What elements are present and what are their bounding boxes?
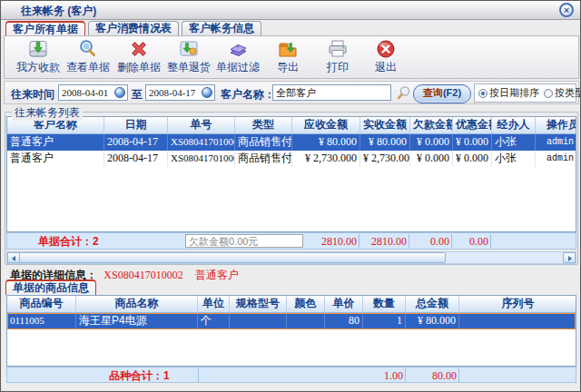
document-count-total: 单据合计：2 xyxy=(38,234,99,250)
date-to-spinner-icon[interactable] xyxy=(202,87,212,98)
scroll-left-icon[interactable] xyxy=(7,252,20,263)
items-table: 商品编号 商品名称 单位 规格型号 颜色 单价 数量 总金额 序列号 01110… xyxy=(6,295,576,367)
col-price: 单价 xyxy=(325,296,363,312)
col-received: 实收金额 xyxy=(360,117,410,133)
date-from-input[interactable]: 2008-04-01 xyxy=(58,84,128,101)
print-button[interactable]: 打印 xyxy=(313,38,362,77)
table-row[interactable]: 普通客户 2008-04-17 XS080417010001 商品销售付款 ¥ … xyxy=(7,151,576,167)
cell-received: ¥ 80.000 xyxy=(360,134,410,151)
detail-tab-strip: 单据的商品信息 xyxy=(5,279,99,295)
amount-total: 80.00 xyxy=(408,368,459,382)
cell-receivable: ¥ 2,730.000 xyxy=(292,151,360,167)
cell-received: ¥ 2,730.000 xyxy=(360,151,410,167)
date-to-input[interactable]: 2008-04-17 xyxy=(145,84,215,101)
cell-arrears: ¥ 0.000 xyxy=(410,151,453,167)
toolbar-button-label: 删除单据 xyxy=(114,60,163,75)
delete-doc-icon xyxy=(128,38,150,60)
col-doc-no: 单号 xyxy=(168,117,235,133)
tab-account-info[interactable]: 客户帐务信息 xyxy=(182,21,261,35)
list-section-title: 往来帐务列表 xyxy=(12,105,83,121)
table-row[interactable]: 0111005 海王星P4电源 个 80 1 ¥ 80.000 xyxy=(7,313,576,329)
export-button[interactable]: 导出 xyxy=(263,38,312,77)
title-bar: 往来帐务 (客户) × xyxy=(1,1,580,20)
cell-date: 2008-04-17 xyxy=(104,151,168,167)
time-range-label: 往来时间： xyxy=(11,87,65,103)
qty-total: 1.00 xyxy=(365,368,406,382)
col-amount: 总金额 xyxy=(406,296,459,312)
toolbar-button-label: 打印 xyxy=(313,60,362,75)
tab-document-items[interactable]: 单据的商品信息 xyxy=(5,279,96,295)
col-serial: 序列号 xyxy=(459,296,576,312)
arrears-note-box[interactable]: 欠款金额0.00元 xyxy=(185,234,303,248)
horizontal-scrollbar[interactable] xyxy=(6,251,576,264)
tab-consumption-report[interactable]: 客户消费情况表 xyxy=(88,21,179,35)
col-item-code: 商品编号 xyxy=(7,296,76,312)
col-discount: 优惠金额 xyxy=(453,117,492,133)
items-table-header: 商品编号 商品名称 单位 规格型号 颜色 单价 数量 总金额 序列号 xyxy=(7,296,576,313)
discount-total: 0.00 xyxy=(454,234,491,248)
accounts-table: 客户名称 日期 单号 类型 应收金额 实收金额 欠款金额 优惠金额 经办人 操作… xyxy=(6,116,576,232)
toolbar-button-label: 导出 xyxy=(263,60,312,75)
cell-item-name: 海王星P4电源 xyxy=(76,313,198,329)
arrears-total: 0.00 xyxy=(411,234,452,248)
export-icon xyxy=(277,38,299,60)
scrollbar-thumb[interactable] xyxy=(19,252,446,263)
receive-payment-button[interactable]: 我方收款 xyxy=(14,38,63,77)
cell-serial xyxy=(459,313,576,329)
cell-operator: admin xyxy=(536,134,576,151)
view-doc-icon xyxy=(77,38,99,60)
toolbar-button-label: 单据过滤 xyxy=(213,60,262,75)
query-button[interactable]: 查询(F2) xyxy=(413,84,471,103)
return-order-icon xyxy=(178,38,200,60)
cell-unit: 个 xyxy=(198,313,230,329)
return-order-button[interactable]: 整单退货 xyxy=(164,38,213,77)
cell-amount: ¥ 80.000 xyxy=(406,313,459,329)
cell-discount: ¥ 0.000 xyxy=(453,134,492,151)
col-operator: 操作员 xyxy=(536,117,576,133)
tab-all-documents[interactable]: 客户所有单据 xyxy=(5,21,85,36)
cell-type: 商品销售付款 xyxy=(235,134,292,151)
customer-name-input[interactable]: 全部客户 xyxy=(272,84,391,101)
view-document-button[interactable]: 查看单据 xyxy=(64,38,113,77)
scroll-right-icon[interactable] xyxy=(563,252,576,263)
toolbar: 我方收款 查看单据 删除单据 xyxy=(4,35,579,79)
cell-spec xyxy=(230,313,287,329)
toolbar-button-label: 整单退货 xyxy=(164,60,213,75)
cell-qty: 1 xyxy=(363,313,406,329)
cell-type: 商品销售付款 xyxy=(235,151,292,167)
customer-name-label: 客户名称： xyxy=(221,87,275,103)
cell-customer: 普通客户 xyxy=(7,134,104,151)
cell-item-code: 0111005 xyxy=(7,313,76,329)
col-unit: 单位 xyxy=(198,296,230,312)
accounts-table-header: 客户名称 日期 单号 类型 应收金额 实收金额 欠款金额 优惠金额 经办人 操作… xyxy=(7,117,576,134)
sort-options-group: 按日期排序 按类型排序 xyxy=(474,83,576,103)
col-type: 类型 xyxy=(235,117,292,133)
exit-button[interactable]: 退出 xyxy=(361,38,410,77)
table-row[interactable]: 普通客户 2008-04-17 XS080417010002 商品销售付款 ¥ … xyxy=(7,134,576,151)
delete-document-button[interactable]: 删除单据 xyxy=(114,38,163,77)
sort-by-date-radio[interactable] xyxy=(478,89,487,98)
close-icon[interactable]: × xyxy=(559,3,574,17)
toolbar-button-label: 查看单据 xyxy=(64,60,113,75)
detail-doc-no: XS080417010002 xyxy=(103,269,182,281)
print-icon xyxy=(327,38,349,60)
col-arrears: 欠款金额 xyxy=(410,117,453,133)
col-item-name: 商品名称 xyxy=(76,296,198,312)
filter-bar: 往来时间： 2008-04-01 至 2008-04-17 客户名称： 全部客户… xyxy=(4,81,579,104)
date-from-spinner-icon[interactable] xyxy=(114,87,125,98)
search-icon[interactable] xyxy=(396,85,412,102)
sort-by-type-radio[interactable] xyxy=(544,89,553,98)
cell-color xyxy=(287,313,325,329)
col-receivable: 应收金额 xyxy=(292,117,360,133)
sort-by-date-label: 按日期排序 xyxy=(489,86,539,100)
received-total: 2810.00 xyxy=(361,234,409,248)
receive-payment-icon xyxy=(27,38,49,60)
col-handler: 经办人 xyxy=(492,117,536,133)
filter-documents-button[interactable]: 单据过滤 xyxy=(213,38,262,77)
cell-date: 2008-04-17 xyxy=(104,134,168,151)
col-color: 颜色 xyxy=(287,296,325,312)
cell-customer: 普通客户 xyxy=(7,151,104,167)
receivable-total: 2810.00 xyxy=(292,234,359,248)
accounts-summary-row: 单据合计：2 欠款金额0.00元 2810.00 2810.00 0.00 0.… xyxy=(6,232,576,250)
cell-operator: admin xyxy=(536,151,576,167)
